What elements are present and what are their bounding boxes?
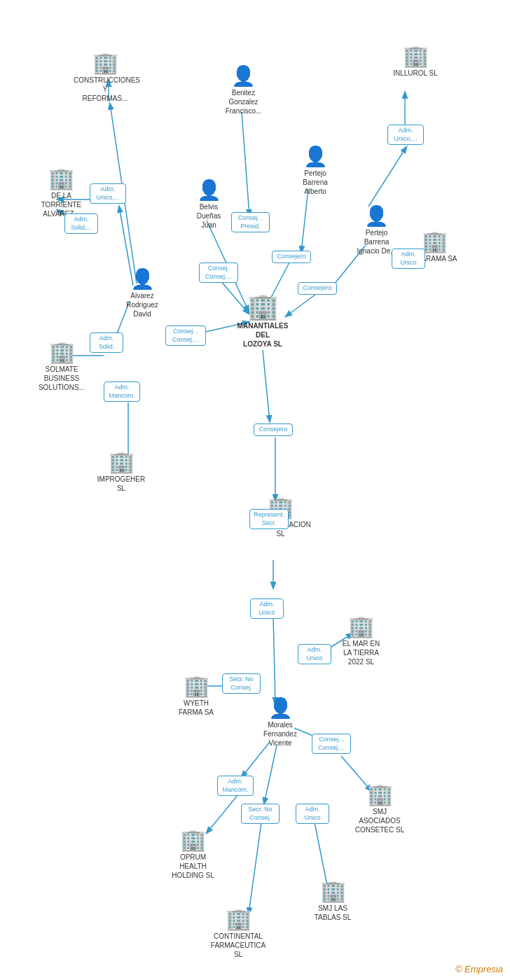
node-smj-las-tablas: 🏢 SMJ LAS TABLAS SL <box>301 881 364 922</box>
watermark: © Empresia <box>455 964 503 974</box>
building-icon-torriente: 🏢 <box>48 168 74 189</box>
person-icon-pertejo-ignacio: 👤 <box>364 206 389 226</box>
node-belvis: 👤 Belvis Dueñas Juan <box>181 181 237 230</box>
building-icon-manantiales: 🏢 <box>247 294 279 319</box>
badge-adm-unico-el-mar[interactable]: Adm. Unico <box>298 644 331 664</box>
label-smj-asociados: SMJ ASOCIADOS CONSETEC SL <box>355 807 405 834</box>
building-icon-el-mar: 🏢 <box>348 616 374 637</box>
svg-line-30 <box>314 819 328 889</box>
svg-line-21 <box>273 616 275 704</box>
building-icon-smj-las-tablas: 🏢 <box>320 881 346 902</box>
svg-line-29 <box>249 822 261 913</box>
building-icon-improgeher: 🏢 <box>109 451 135 472</box>
badge-adm-unico-inllurol[interactable]: Adm. Unico,... <box>387 125 424 145</box>
badge-secr-no-consej-cont[interactable]: Secr. No Consej. <box>241 804 280 824</box>
building-icon-solmate: 🏢 <box>49 342 75 363</box>
label-inllurol: INLLUROL SL <box>393 69 438 78</box>
person-icon-alvarez: 👤 <box>130 270 155 289</box>
badge-adm-solid-solmate[interactable]: Adm. Solid. <box>90 332 123 353</box>
node-continental: 🏢 CONTINENTAL FARMACEUTICA SL <box>200 909 277 959</box>
building-icon-acarama: 🏢 <box>422 231 448 252</box>
badge-adm-mancom-improgeher[interactable]: Adm. Mancom. <box>104 382 140 402</box>
svg-line-1 <box>368 147 406 206</box>
label-el-mar: EL MAR EN LA TIERRA 2022 SL <box>343 639 380 666</box>
connections-svg <box>0 0 510 980</box>
building-icon-oprum: 🏢 <box>180 830 206 850</box>
svg-line-17 <box>263 350 270 421</box>
node-smj-asociados: 🏢 SMJ ASOCIADOS CONSETEC SL <box>345 784 415 834</box>
label-pertejo-alberto: Pertejo Barrena Alberto <box>303 169 328 196</box>
node-pertejo-alberto: 👤 Pertejo Barrena Alberto <box>284 147 347 196</box>
node-inllurol: 🏢 INLLUROL SL <box>384 46 447 78</box>
label-morales: Morales Fernandez Vicente <box>263 720 297 748</box>
badge-consej-presid[interactable]: Consej. , Presid. <box>231 212 270 232</box>
svg-line-27 <box>207 794 238 833</box>
person-icon-benitez: 👤 <box>231 66 256 86</box>
svg-line-15 <box>301 189 308 252</box>
label-wyeth: WYETH FARMA SA <box>179 699 214 717</box>
badge-adm-mancom-oprum[interactable]: Adm. Mancom. <box>217 776 254 796</box>
label-manantiales: MANANTIALES DEL LOZOYA SL <box>237 321 289 349</box>
building-icon-construcciones: 🏢 <box>92 52 118 74</box>
badge-adm-unico-torriente[interactable]: Adm. Unico,... <box>90 183 126 204</box>
building-icon-smj-asociados: 🏢 <box>367 784 393 805</box>
person-icon-pertejo-alberto: 👤 <box>303 147 328 167</box>
label-improgeher: IMPROGEHER SL <box>97 475 145 493</box>
badge-represent-secr[interactable]: Represent. Secr. <box>249 509 289 529</box>
badge-consejero-intermediacion[interactable]: Consejero <box>254 424 293 436</box>
badge-adm-unico-acarama[interactable]: Adm. Unico <box>392 248 425 269</box>
badge-adm-unico-smj[interactable]: Adm. Unico <box>296 804 329 824</box>
label-oprum: OPRUM HEALTH HOLDING SL <box>172 853 214 880</box>
badge-secr-no-consej-wyeth[interactable]: Secr. No Consej. <box>222 673 261 694</box>
badge-consejero-benitez[interactable]: Consejero <box>272 251 311 263</box>
badge-consej-consej-alvarez[interactable]: Consej. , Consej.... <box>165 326 206 346</box>
label-construcciones: CONSTRUCCIONES Y REFORMAS... <box>74 76 137 103</box>
node-morales: 👤 Morales Fernandez Vicente <box>249 699 312 748</box>
node-benitez: 👤 Benitez Gonzalez Francisco... <box>214 66 273 115</box>
label-alvarez: Alvarez Rodriguez David <box>126 291 158 318</box>
badge-adm-unico-intermediacion[interactable]: Adm. Unico <box>250 598 284 619</box>
node-alvarez: 👤 Alvarez Rodriguez David <box>111 270 174 318</box>
node-de-la-torriente: 🏢 DE LA TORRIENTE ALVAREZ... <box>28 168 95 218</box>
node-el-mar: 🏢 EL MAR EN LA TIERRA 2022 SL <box>328 616 394 666</box>
label-belvis: Belvis Dueñas Juan <box>197 202 221 230</box>
badge-consej-consej-belvis[interactable]: Consej. Consej.... <box>199 262 238 283</box>
node-construcciones: 🏢 CONSTRUCCIONES Y REFORMAS... <box>70 52 140 103</box>
label-pertejo-ignacio: Pertejo Barrena Ignacio De... <box>357 228 396 255</box>
label-solmate: SOLMATE BUSINESS SOLUTIONS... <box>39 365 85 392</box>
node-oprum: 🏢 OPRUM HEALTH HOLDING SL <box>160 830 226 880</box>
svg-line-14 <box>242 112 249 216</box>
building-icon-inllurol: 🏢 <box>403 46 429 66</box>
label-continental: CONTINENTAL FARMACEUTICA SL <box>207 932 270 959</box>
building-icon-continental: 🏢 <box>226 909 251 930</box>
label-benitez: Benitez Gonzalez Francisco... <box>226 88 262 115</box>
node-wyeth: 🏢 WYETH FARMA SA <box>168 676 224 717</box>
badge-adm-solid-torriente[interactable]: Adm. Solid.... <box>64 214 98 234</box>
person-icon-belvis: 👤 <box>197 181 221 200</box>
badge-consej-consej-smj[interactable]: Consej. , Consej.... <box>312 734 351 754</box>
node-improgeher: 🏢 IMPROGEHER SL <box>90 451 153 493</box>
diagram: 🏢 INLLUROL SL 🏢 CONSTRUCCIONES Y REFORMA… <box>0 0 510 980</box>
building-icon-wyeth: 🏢 <box>184 676 209 696</box>
person-icon-morales: 👤 <box>268 699 293 718</box>
node-manantiales: 🏢 MANANTIALES DEL LOZOYA SL <box>228 294 298 349</box>
node-solmate: 🏢 SOLMATE BUSINESS SOLUTIONS... <box>27 342 97 392</box>
label-smj-las-tablas: SMJ LAS TABLAS SL <box>315 904 352 922</box>
svg-line-28 <box>264 746 277 804</box>
badge-consejero-pertejo[interactable]: Consejero <box>298 282 337 295</box>
